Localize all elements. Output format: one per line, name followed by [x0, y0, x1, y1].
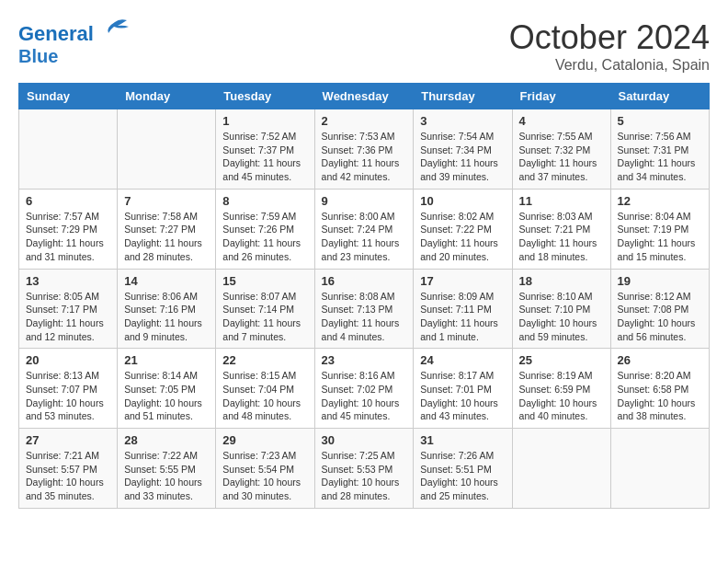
calendar-cell — [610, 429, 709, 509]
day-info: Sunrise: 8:16 AM Sunset: 7:02 PM Dayligh… — [322, 369, 407, 423]
day-number: 1 — [222, 114, 307, 128]
calendar-cell: 1Sunrise: 7:52 AM Sunset: 7:37 PM Daylig… — [216, 109, 314, 190]
weekday-header-wednesday: Wednesday — [314, 84, 414, 109]
day-info: Sunrise: 7:26 AM Sunset: 5:51 PM Dayligh… — [420, 449, 505, 503]
weekday-header-saturday: Saturday — [610, 84, 709, 109]
calendar-cell: 15Sunrise: 8:07 AM Sunset: 7:14 PM Dayli… — [216, 269, 314, 349]
calendar-cell — [512, 429, 610, 509]
day-info: Sunrise: 8:10 AM Sunset: 7:10 PM Dayligh… — [519, 290, 604, 344]
day-info: Sunrise: 8:03 AM Sunset: 7:21 PM Dayligh… — [519, 210, 604, 264]
calendar-cell: 7Sunrise: 7:58 AM Sunset: 7:27 PM Daylig… — [118, 189, 216, 269]
calendar-week-row: 6Sunrise: 7:57 AM Sunset: 7:29 PM Daylig… — [19, 189, 710, 269]
calendar-cell: 20Sunrise: 8:13 AM Sunset: 7:07 PM Dayli… — [19, 349, 118, 429]
weekday-header-sunday: Sunday — [19, 84, 118, 109]
calendar-cell: 9Sunrise: 8:00 AM Sunset: 7:24 PM Daylig… — [314, 189, 414, 269]
calendar-cell: 4Sunrise: 7:55 AM Sunset: 7:32 PM Daylig… — [512, 109, 610, 190]
day-info: Sunrise: 8:15 AM Sunset: 7:04 PM Dayligh… — [222, 369, 307, 423]
day-number: 11 — [519, 194, 604, 208]
calendar-cell: 5Sunrise: 7:56 AM Sunset: 7:31 PM Daylig… — [610, 109, 709, 190]
day-number: 23 — [322, 353, 407, 367]
day-info: Sunrise: 7:54 AM Sunset: 7:34 PM Dayligh… — [420, 130, 505, 184]
calendar-cell: 22Sunrise: 8:15 AM Sunset: 7:04 PM Dayli… — [216, 349, 314, 429]
calendar-cell: 13Sunrise: 8:05 AM Sunset: 7:17 PM Dayli… — [19, 269, 118, 349]
day-info: Sunrise: 8:17 AM Sunset: 7:01 PM Dayligh… — [420, 369, 505, 423]
calendar-cell: 29Sunrise: 7:23 AM Sunset: 5:54 PM Dayli… — [216, 429, 314, 509]
calendar-cell: 24Sunrise: 8:17 AM Sunset: 7:01 PM Dayli… — [414, 349, 512, 429]
weekday-header-tuesday: Tuesday — [216, 84, 314, 109]
logo-blue: Blue — [18, 46, 58, 66]
calendar-cell: 30Sunrise: 7:25 AM Sunset: 5:53 PM Dayli… — [314, 429, 414, 509]
calendar-week-row: 1Sunrise: 7:52 AM Sunset: 7:37 PM Daylig… — [19, 109, 710, 190]
day-number: 3 — [420, 114, 505, 128]
day-number: 5 — [618, 114, 702, 128]
weekday-header-row: SundayMondayTuesdayWednesdayThursdayFrid… — [19, 84, 710, 109]
month-title: October 2024 — [509, 18, 710, 57]
day-info: Sunrise: 7:57 AM Sunset: 7:29 PM Dayligh… — [26, 210, 110, 264]
day-info: Sunrise: 7:23 AM Sunset: 5:54 PM Dayligh… — [222, 449, 307, 503]
day-number: 31 — [420, 433, 505, 447]
day-number: 26 — [618, 353, 702, 367]
title-area: October 2024 Verdu, Catalonia, Spain — [509, 18, 710, 74]
calendar-week-row: 20Sunrise: 8:13 AM Sunset: 7:07 PM Dayli… — [19, 349, 710, 429]
calendar-table: SundayMondayTuesdayWednesdayThursdayFrid… — [18, 83, 710, 509]
calendar-cell: 23Sunrise: 8:16 AM Sunset: 7:02 PM Dayli… — [314, 349, 414, 429]
day-info: Sunrise: 7:25 AM Sunset: 5:53 PM Dayligh… — [322, 449, 407, 503]
page-header: General Blue October 2024 Verdu, Catalon… — [18, 18, 710, 74]
calendar-cell: 31Sunrise: 7:26 AM Sunset: 5:51 PM Dayli… — [414, 429, 512, 509]
day-number: 8 — [222, 194, 307, 208]
day-info: Sunrise: 7:53 AM Sunset: 7:36 PM Dayligh… — [322, 130, 407, 184]
day-info: Sunrise: 8:20 AM Sunset: 6:58 PM Dayligh… — [618, 369, 702, 423]
calendar-cell: 17Sunrise: 8:09 AM Sunset: 7:11 PM Dayli… — [414, 269, 512, 349]
logo-bird-icon — [101, 18, 129, 40]
logo-general: General — [18, 22, 94, 45]
calendar-cell: 19Sunrise: 8:12 AM Sunset: 7:08 PM Dayli… — [610, 269, 709, 349]
day-number: 18 — [519, 274, 604, 288]
day-number: 19 — [618, 274, 702, 288]
calendar-cell — [19, 109, 118, 190]
day-number: 22 — [222, 353, 307, 367]
calendar-cell: 10Sunrise: 8:02 AM Sunset: 7:22 PM Dayli… — [414, 189, 512, 269]
day-info: Sunrise: 8:14 AM Sunset: 7:05 PM Dayligh… — [124, 369, 209, 423]
day-number: 9 — [322, 194, 407, 208]
location: Verdu, Catalonia, Spain — [509, 57, 710, 74]
day-number: 15 — [222, 274, 307, 288]
day-info: Sunrise: 7:22 AM Sunset: 5:55 PM Dayligh… — [124, 449, 209, 503]
day-info: Sunrise: 8:06 AM Sunset: 7:16 PM Dayligh… — [124, 290, 209, 344]
day-number: 24 — [420, 353, 505, 367]
day-info: Sunrise: 8:04 AM Sunset: 7:19 PM Dayligh… — [618, 210, 702, 264]
logo: General Blue — [18, 18, 129, 67]
day-info: Sunrise: 8:07 AM Sunset: 7:14 PM Dayligh… — [222, 290, 307, 344]
day-number: 13 — [26, 274, 110, 288]
day-number: 17 — [420, 274, 505, 288]
day-info: Sunrise: 7:56 AM Sunset: 7:31 PM Dayligh… — [618, 130, 702, 184]
day-number: 21 — [124, 353, 209, 367]
day-info: Sunrise: 8:09 AM Sunset: 7:11 PM Dayligh… — [420, 290, 505, 344]
day-info: Sunrise: 7:21 AM Sunset: 5:57 PM Dayligh… — [26, 449, 110, 503]
day-info: Sunrise: 8:19 AM Sunset: 6:59 PM Dayligh… — [519, 369, 604, 423]
day-info: Sunrise: 8:13 AM Sunset: 7:07 PM Dayligh… — [26, 369, 110, 423]
calendar-cell: 6Sunrise: 7:57 AM Sunset: 7:29 PM Daylig… — [19, 189, 118, 269]
calendar-cell: 27Sunrise: 7:21 AM Sunset: 5:57 PM Dayli… — [19, 429, 118, 509]
day-info: Sunrise: 8:08 AM Sunset: 7:13 PM Dayligh… — [322, 290, 407, 344]
day-number: 14 — [124, 274, 209, 288]
calendar-cell — [118, 109, 216, 190]
calendar-cell: 16Sunrise: 8:08 AM Sunset: 7:13 PM Dayli… — [314, 269, 414, 349]
day-info: Sunrise: 8:12 AM Sunset: 7:08 PM Dayligh… — [618, 290, 702, 344]
day-number: 20 — [26, 353, 110, 367]
day-number: 12 — [618, 194, 702, 208]
day-info: Sunrise: 7:58 AM Sunset: 7:27 PM Dayligh… — [124, 210, 209, 264]
calendar-cell: 2Sunrise: 7:53 AM Sunset: 7:36 PM Daylig… — [314, 109, 414, 190]
day-number: 7 — [124, 194, 209, 208]
calendar-cell: 25Sunrise: 8:19 AM Sunset: 6:59 PM Dayli… — [512, 349, 610, 429]
day-info: Sunrise: 7:55 AM Sunset: 7:32 PM Dayligh… — [519, 130, 604, 184]
calendar-cell: 28Sunrise: 7:22 AM Sunset: 5:55 PM Dayli… — [118, 429, 216, 509]
calendar-cell: 12Sunrise: 8:04 AM Sunset: 7:19 PM Dayli… — [610, 189, 709, 269]
day-number: 6 — [26, 194, 110, 208]
day-number: 30 — [322, 433, 407, 447]
day-number: 10 — [420, 194, 505, 208]
day-number: 4 — [519, 114, 604, 128]
day-info: Sunrise: 8:05 AM Sunset: 7:17 PM Dayligh… — [26, 290, 110, 344]
day-info: Sunrise: 8:02 AM Sunset: 7:22 PM Dayligh… — [420, 210, 505, 264]
day-number: 2 — [322, 114, 407, 128]
calendar-cell: 8Sunrise: 7:59 AM Sunset: 7:26 PM Daylig… — [216, 189, 314, 269]
